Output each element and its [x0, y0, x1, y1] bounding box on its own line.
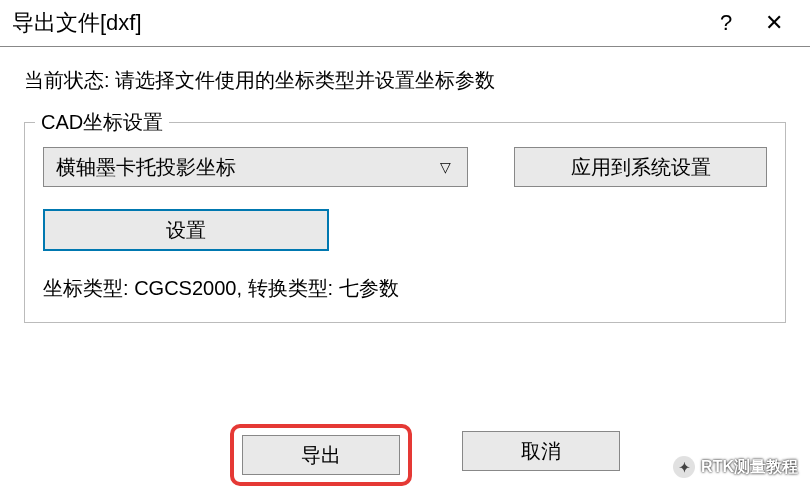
settings-button-label: 设置	[166, 217, 206, 244]
watermark-text: RTK测量教程	[701, 457, 798, 478]
coord-type-label: 坐标类型:	[43, 277, 134, 299]
apply-to-system-button[interactable]: 应用到系统设置	[514, 147, 767, 187]
cad-settings-legend: CAD坐标设置	[35, 109, 169, 136]
coord-info: 坐标类型: CGCS2000, 转换类型: 七参数	[43, 275, 767, 302]
title-bar: 导出文件[dxf] ? ✕	[0, 0, 810, 47]
close-button[interactable]: ✕	[750, 10, 798, 36]
status-row: 当前状态: 请选择文件使用的坐标类型并设置坐标参数	[24, 67, 786, 94]
cancel-button-label: 取消	[521, 438, 561, 465]
cad-settings-group: CAD坐标设置 横轴墨卡托投影坐标 ▽ 应用到系统设置 设置 坐标类型: CGC…	[24, 122, 786, 323]
projection-dropdown-value: 横轴墨卡托投影坐标	[56, 154, 440, 181]
transform-label: , 转换类型:	[236, 277, 338, 299]
cancel-wrap: 取消	[462, 424, 620, 486]
transform-value: 七参数	[339, 277, 399, 299]
watermark: ✦ RTK测量教程	[673, 456, 798, 478]
help-button[interactable]: ?	[702, 10, 750, 36]
export-button[interactable]: 导出	[242, 435, 400, 475]
wechat-icon: ✦	[673, 456, 695, 478]
chevron-down-icon: ▽	[440, 159, 451, 175]
cad-settings-row: 横轴墨卡托投影坐标 ▽ 应用到系统设置	[43, 147, 767, 187]
status-label: 当前状态:	[24, 69, 115, 91]
settings-button[interactable]: 设置	[43, 209, 329, 251]
projection-dropdown[interactable]: 横轴墨卡托投影坐标 ▽	[43, 147, 468, 187]
export-button-label: 导出	[301, 442, 341, 469]
export-highlight: 导出	[230, 424, 412, 486]
dialog-content: 当前状态: 请选择文件使用的坐标类型并设置坐标参数 CAD坐标设置 横轴墨卡托投…	[0, 47, 810, 343]
status-value: 请选择文件使用的坐标类型并设置坐标参数	[115, 69, 495, 91]
coord-type-value: CGCS2000	[134, 277, 236, 299]
apply-button-label: 应用到系统设置	[571, 154, 711, 181]
cancel-button[interactable]: 取消	[462, 431, 620, 471]
window-title: 导出文件[dxf]	[12, 8, 702, 38]
